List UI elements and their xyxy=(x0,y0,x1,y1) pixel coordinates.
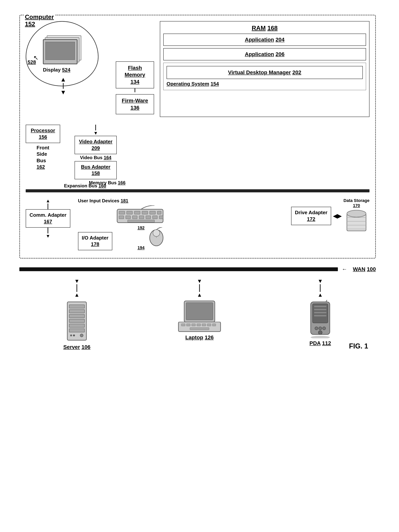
svg-rect-27 xyxy=(69,310,85,313)
wan-bar xyxy=(19,267,338,271)
svg-rect-31 xyxy=(69,329,85,332)
display-label: Display 524 xyxy=(43,67,70,73)
diagram-area: Computer 152 xyxy=(19,15,376,350)
svg-rect-28 xyxy=(69,314,85,318)
display-circle-area: ↖ 528 Display 524 ▲ ▼ xyxy=(26,21,106,86)
svg-rect-4 xyxy=(142,211,148,214)
svg-rect-50 xyxy=(314,306,326,307)
server-label: Server 106 xyxy=(63,344,90,350)
svg-rect-43 xyxy=(207,324,211,326)
svg-point-17 xyxy=(153,229,160,236)
wan-label-area: ← WAN 100 xyxy=(342,266,376,272)
svg-rect-36 xyxy=(186,303,213,320)
svg-point-47 xyxy=(311,336,330,338)
flash-firmware-arrow xyxy=(135,89,135,92)
svg-rect-5 xyxy=(150,211,156,214)
computer-box: Computer 152 xyxy=(19,15,376,259)
video-bus-label: Video Bus 164 xyxy=(80,155,112,160)
svg-point-54 xyxy=(315,327,318,330)
vdm-box: Virtual Desktop Manager 202 xyxy=(167,66,363,79)
svg-rect-30 xyxy=(69,324,85,327)
flash-firmware-col: Flash Memory 134 Firm-Ware 136 xyxy=(116,59,154,114)
svg-rect-38 xyxy=(181,324,185,326)
keyboard-svg xyxy=(116,205,166,225)
keyboard-label: 192 xyxy=(137,225,144,230)
video-col: ▼ Video Adapter 209 Video Bus 164 xyxy=(66,125,125,185)
wan-label: WAN 100 xyxy=(353,266,376,272)
server-arrow: ▼ ▲ xyxy=(74,278,80,298)
ram-label: RAM 168 xyxy=(163,25,366,32)
keyboard-mouse-area: 192 194 xyxy=(116,205,166,250)
svg-point-32 xyxy=(80,334,83,337)
fsb-label: FrontSideBus 162 xyxy=(37,145,49,170)
processor-col: Processor 156 FrontSideBus 162 xyxy=(26,125,60,170)
svg-rect-29 xyxy=(69,319,85,323)
svg-point-55 xyxy=(319,327,322,330)
label-528: 528 xyxy=(28,59,36,65)
laptop-svg xyxy=(176,300,223,333)
drive-data-group: Drive Adapter 172 ◀▶ Data Storage 170 xyxy=(291,198,369,234)
monitor-stack xyxy=(43,36,81,66)
svg-rect-1 xyxy=(119,211,125,214)
firmware-number: 136 xyxy=(131,105,139,111)
user-input-label: User Input Devices 181 xyxy=(78,198,128,203)
laptop-item: ▼ ▲ xyxy=(176,278,223,341)
display-arrow: ▲ ▼ xyxy=(60,76,66,96)
data-storage-label: Data Storage 170 xyxy=(343,198,369,208)
pda-item: ▼ ▲ xyxy=(307,278,334,346)
svg-rect-13 xyxy=(159,216,163,219)
page: Computer 152 xyxy=(12,7,387,525)
comm-down-arrow: ▼ xyxy=(46,228,50,239)
flash-memory-number: 134 xyxy=(131,79,139,85)
svg-rect-8 xyxy=(126,216,131,219)
processor-box: Processor 156 xyxy=(26,125,60,143)
svg-rect-2 xyxy=(127,211,132,214)
svg-rect-41 xyxy=(197,324,201,326)
svg-rect-11 xyxy=(146,216,151,219)
laptop-arrow: ▼ ▲ xyxy=(197,278,202,298)
svg-rect-42 xyxy=(202,324,206,326)
svg-rect-40 xyxy=(192,324,195,326)
svg-rect-6 xyxy=(157,211,161,214)
fig-label: FIG. 1 xyxy=(349,342,368,350)
monitor-front xyxy=(43,39,77,64)
pda-svg xyxy=(307,300,334,338)
svg-rect-9 xyxy=(132,216,137,219)
middle-section: Processor 156 FrontSideBus 162 ▼ xyxy=(26,125,369,185)
svg-rect-53 xyxy=(314,315,326,317)
os-label: Operating System 154 xyxy=(167,81,363,87)
svg-rect-14 xyxy=(128,220,155,222)
os-area: Virtual Desktop Manager 202 Operating Sy… xyxy=(163,63,366,90)
svg-rect-10 xyxy=(139,216,144,219)
server-item: ▼ ▲ xyxy=(62,278,92,350)
section-top: ↖ 528 Display 524 ▲ ▼ xyxy=(26,21,369,117)
bus-adapter-box: Bus Adapter 158 xyxy=(75,161,117,179)
svg-rect-26 xyxy=(69,305,85,308)
io-devices-row: I/O Adapter 178 xyxy=(78,205,166,250)
network-devices: ▼ ▲ xyxy=(19,278,376,350)
drive-data-arrow: ◀▶ xyxy=(333,213,342,219)
svg-rect-51 xyxy=(314,309,326,310)
pda-label: PDA 112 xyxy=(310,340,331,346)
monitor-screen xyxy=(45,42,75,60)
mouse-svg xyxy=(148,227,165,247)
svg-rect-39 xyxy=(187,324,190,326)
svg-rect-7 xyxy=(119,216,124,219)
comm-adapter-col: ▲ Comm. Adapter 167 ▼ xyxy=(26,198,70,239)
ram-outer-box: RAM 168 Application 204 Application 206 xyxy=(160,21,369,117)
pda-arrow: ▼ ▲ xyxy=(318,278,323,298)
server-svg xyxy=(62,300,92,342)
mouse-label: 194 xyxy=(137,245,144,250)
svg-rect-3 xyxy=(134,211,140,214)
app206-box: Application 206 xyxy=(163,48,366,60)
wan-section: ← WAN 100 xyxy=(19,266,376,272)
expansion-bus-bar xyxy=(26,189,369,192)
data-storage-col: Data Storage 170 xyxy=(343,198,369,234)
comm-up-arrow: ▲ xyxy=(46,198,50,209)
display-to-video-arrow: ▼ xyxy=(94,125,98,136)
video-bus-row: Video Bus 164 xyxy=(80,155,112,160)
svg-rect-37 xyxy=(178,322,221,332)
drive-adapter-box: Drive Adapter 172 xyxy=(291,207,331,225)
io-adapter-box: I/O Adapter 178 xyxy=(78,232,112,250)
app204-box: Application 204 xyxy=(163,34,366,46)
